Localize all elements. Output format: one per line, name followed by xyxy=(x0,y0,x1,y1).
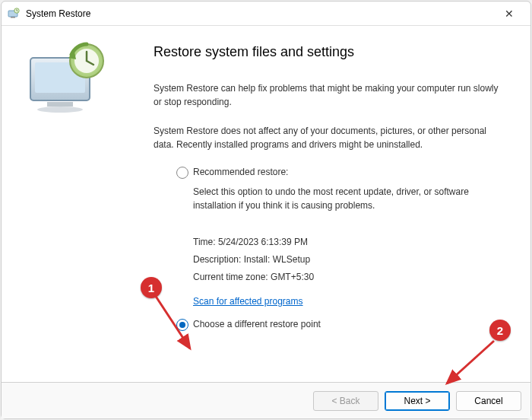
different-label: Choose a different restore point xyxy=(193,319,321,329)
intro-paragraph-2: System Restore does not affect any of yo… xyxy=(154,124,500,151)
callout-badge-2: 2 xyxy=(489,320,511,341)
titlebar: System Restore ✕ xyxy=(2,2,530,26)
scan-affected-link[interactable]: Scan for affected programs xyxy=(193,296,303,307)
next-button[interactable]: Next > xyxy=(385,391,450,411)
footer-button-bar: < Back Next > Cancel xyxy=(2,382,530,418)
main-panel: Restore system files and settings System… xyxy=(123,26,530,382)
system-restore-window: System Restore ✕ xyxy=(1,1,531,419)
window-title: System Restore xyxy=(26,8,494,19)
radio-unselected-icon xyxy=(176,167,188,179)
sidebar xyxy=(2,26,123,382)
page-heading: Restore system files and settings xyxy=(154,44,500,60)
different-restore-option[interactable]: Choose a different restore point xyxy=(176,319,500,331)
callout-badge-1: 1 xyxy=(141,277,162,298)
radio-selected-icon xyxy=(176,319,188,331)
detail-time: Time: 5/24/2023 6:13:39 PM xyxy=(193,234,500,251)
recommended-restore-option[interactable]: Recommended restore: xyxy=(176,167,500,179)
back-button[interactable]: < Back xyxy=(313,391,378,411)
recommended-description: Select this option to undo the most rece… xyxy=(193,185,485,212)
detail-description: Description: Install: WLSetup xyxy=(193,251,500,269)
svg-point-6 xyxy=(37,107,83,113)
intro-paragraph-1: System Restore can help fix problems tha… xyxy=(154,81,500,109)
close-button[interactable]: ✕ xyxy=(494,3,524,24)
app-icon xyxy=(8,8,20,20)
detail-timezone: Current time zone: GMT+5:30 xyxy=(193,269,500,286)
content-area: Restore system files and settings System… xyxy=(2,26,530,382)
restore-details: Time: 5/24/2023 6:13:39 PM Description: … xyxy=(193,234,500,285)
recommended-label: Recommended restore: xyxy=(193,167,288,177)
restore-graphic-icon xyxy=(24,41,116,117)
cancel-button[interactable]: Cancel xyxy=(456,391,521,411)
svg-rect-1 xyxy=(11,17,15,18)
svg-rect-5 xyxy=(47,102,73,107)
